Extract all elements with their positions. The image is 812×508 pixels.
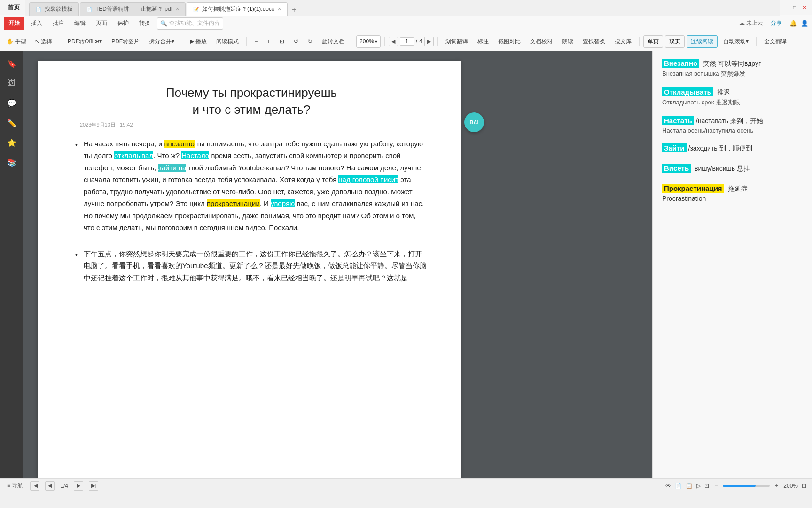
main-layout: 🔖 🖼 💬 ✏️ ⭐ 📚 BAi Почему ты прокрастиниру…	[0, 51, 812, 478]
start-button[interactable]: 开始	[4, 17, 24, 30]
sidebar-thumbnail[interactable]: 🖼	[3, 75, 20, 92]
status-prev-btn[interactable]: ◀	[45, 481, 55, 491]
doc-date: 2023年9月13日 19:42	[80, 121, 428, 128]
annotate-button[interactable]: 批注	[49, 17, 68, 30]
minimize-button[interactable]: ─	[782, 4, 789, 11]
zoom-slider-fill	[723, 485, 756, 487]
ai-float-badge[interactable]: BAi	[464, 112, 484, 132]
rotate-left-btn[interactable]: ↺	[290, 35, 302, 48]
sidebar-bookmark[interactable]: 🔖	[3, 55, 20, 72]
select-tool[interactable]: ↖ 选择	[31, 35, 56, 48]
next-page-btn[interactable]: ▶	[424, 37, 434, 46]
doc-bullet-1: • На часах пять вечера, и внезапно ты по…	[75, 138, 428, 234]
page-button[interactable]: 页面	[92, 17, 111, 30]
left-sidebar: 🔖 🖼 💬 ✏️ ⭐ 📚	[0, 51, 23, 478]
find-replace-btn[interactable]: 查找替换	[579, 35, 609, 48]
tab-docx[interactable]: 📝 如何摆脱拖延症？(1)(1).docx ✕	[187, 2, 288, 16]
sidebar-pen[interactable]: ✏️	[3, 114, 20, 131]
eye-icon: 👁	[665, 483, 671, 489]
compare-btn[interactable]: 截图对比	[494, 35, 524, 48]
sep4	[352, 37, 352, 46]
expand-icon[interactable]: ⊡	[802, 483, 806, 489]
doc-area[interactable]: BAi Почему ты прокрастинируешь и что с э…	[23, 51, 652, 478]
fit-btn[interactable]: ⊡	[276, 35, 288, 48]
chevron-down-icon: ▾	[375, 39, 377, 44]
convert-button[interactable]: 转换	[135, 17, 154, 30]
sidebar-star[interactable]: ⭐	[3, 134, 20, 151]
zoom-out-status[interactable]: −	[713, 483, 719, 489]
tab-find-template[interactable]: 📄 找裂纹模板	[29, 2, 79, 16]
full-translate-btn[interactable]: 全文翻译	[760, 35, 790, 48]
tab-icon-docx: 📝	[193, 6, 199, 13]
cloud-status: ☁ 未上云	[739, 19, 763, 27]
zoom-out-btn[interactable]: −	[250, 35, 261, 48]
split-merge[interactable]: 拆分合并▾	[145, 35, 178, 48]
add-tab-button[interactable]: +	[289, 4, 300, 16]
text-extract-btn[interactable]: 文档校对	[526, 35, 556, 48]
home-tab[interactable]: 首页	[4, 1, 23, 14]
vocab-term-otkladyvat: Откладывать	[662, 87, 713, 96]
tab-close-pdf[interactable]: ✕	[175, 6, 180, 12]
edit-button[interactable]: 编辑	[70, 17, 89, 30]
zoom-control[interactable]: 200% ▾	[356, 35, 381, 48]
read-btn[interactable]: 朗读	[558, 35, 577, 48]
last-page-btn[interactable]: ▶|	[89, 481, 98, 491]
doc-bullet-2: • 下午五点，你突然想起你明天要完成一份很重要的工作，这份工作你已经拖很久了。怎…	[75, 248, 428, 284]
insert-button[interactable]: 插入	[27, 17, 46, 30]
status-icon4: ⊡	[704, 483, 709, 489]
vocab-zaiti: Зайти/заходить 到，顺便到	[662, 143, 803, 154]
zoom-in-btn[interactable]: +	[263, 35, 274, 48]
mark-btn[interactable]: 标注	[474, 35, 492, 48]
hand-tool[interactable]: ✋ 手型	[3, 35, 30, 48]
vocab-example-vnezapno: Внезапная вспышка 突然爆发	[662, 70, 803, 78]
close-button[interactable]: ✕	[801, 4, 808, 11]
maximize-button[interactable]: □	[792, 4, 798, 11]
bell-icon[interactable]: 🔔	[789, 20, 797, 27]
zoom-in-status[interactable]: +	[773, 483, 780, 489]
document-page: BAi Почему ты прокрастинируешь и что с э…	[38, 61, 461, 478]
sidebar-comment[interactable]: 💬	[3, 95, 20, 111]
toolbar-row1: 开始 插入 批注 编辑 页面 保护 转换 🔍 查找功能、文件内容 ☁ 未上云 分…	[0, 15, 812, 32]
prev-page-btn[interactable]: ◀	[389, 37, 398, 46]
cursor-icon: ↖	[35, 38, 39, 45]
toolbar: 开始 插入 批注 编辑 页面 保护 转换 🔍 查找功能、文件内容 ☁ 未上云 分…	[0, 15, 812, 51]
rotate-doc-btn[interactable]: 旋转文档	[318, 35, 348, 48]
single-page-btn[interactable]: 单页	[643, 35, 663, 48]
vocab-procrastination-en: Procrastination	[662, 195, 803, 202]
sep7	[639, 37, 640, 46]
doc-content: • На часах пять вечера, и внезапно ты по…	[75, 138, 428, 284]
continuous-btn[interactable]: 连续阅读	[687, 35, 718, 48]
protect-button[interactable]: 保护	[114, 17, 133, 30]
bullet-text-1: На часах пять вечера, и внезапно ты пони…	[84, 138, 428, 234]
vocab-viset: Висеть вишу/висишь 悬挂	[662, 164, 803, 175]
read-mode-btn[interactable]: 阅读模式	[212, 35, 242, 48]
page-input[interactable]	[400, 37, 414, 46]
highlight-nad-golovoy: над головой висит	[338, 175, 398, 183]
pdf-to-office[interactable]: PDF转Office▾	[64, 35, 106, 48]
status-icon1: 📄	[675, 483, 682, 489]
tab-close-docx[interactable]: ✕	[277, 6, 281, 12]
library-btn[interactable]: 搜文库	[611, 35, 635, 48]
status-next-btn[interactable]: ▶	[74, 481, 83, 491]
play-btn[interactable]: ▶ 播放	[186, 35, 211, 48]
rotate-right-btn[interactable]: ↻	[304, 35, 316, 48]
translate-btn[interactable]: 划词翻译	[442, 35, 472, 48]
double-page-btn[interactable]: 双页	[665, 35, 685, 48]
user-icon[interactable]: 👤	[801, 20, 808, 27]
tab-pdf[interactable]: 📄 TED普语精讲——止拖延？.pdf ✕	[80, 2, 186, 16]
vocab-example-nastat: Настала осень/наступила осень	[662, 127, 803, 134]
bullet-dot: •	[75, 140, 79, 234]
first-page-btn[interactable]: |◀	[30, 481, 39, 491]
auto-scroll-btn[interactable]: 自动滚动▾	[719, 35, 752, 48]
sidebar-layers[interactable]: 📚	[3, 154, 20, 171]
sep1	[60, 37, 60, 46]
search-box[interactable]: 🔍 查找功能、文件内容	[157, 17, 223, 30]
right-panel: Внезапно 突然 可以等同вдруг Внезапная вспышка …	[652, 51, 812, 478]
share-button[interactable]: 分享	[767, 17, 786, 30]
zoom-slider[interactable]	[723, 485, 770, 487]
status-right: 👁 📄 📋 ▷ ⊡ − + 200% ⊡	[665, 483, 806, 489]
page-nav: ◀ / 4 ▶	[389, 37, 434, 46]
vocab-term-zaiti: Зайти	[662, 143, 687, 152]
pdf-to-img[interactable]: PDF转图片	[108, 35, 143, 48]
status-nav-btn[interactable]: ≡ 导航	[6, 482, 24, 490]
